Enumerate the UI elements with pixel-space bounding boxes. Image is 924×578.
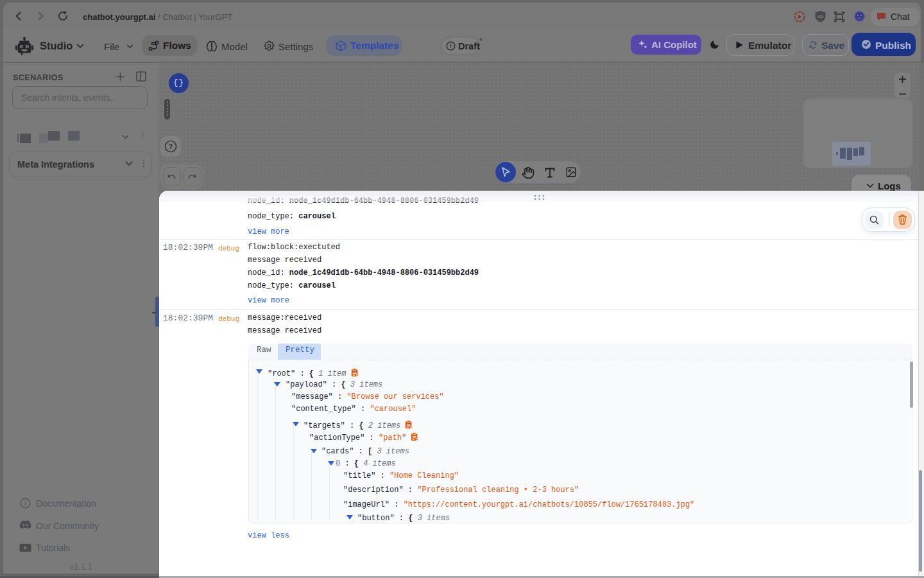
svg-text:UD: UD [817, 15, 823, 19]
svg-text:?: ? [169, 143, 173, 150]
